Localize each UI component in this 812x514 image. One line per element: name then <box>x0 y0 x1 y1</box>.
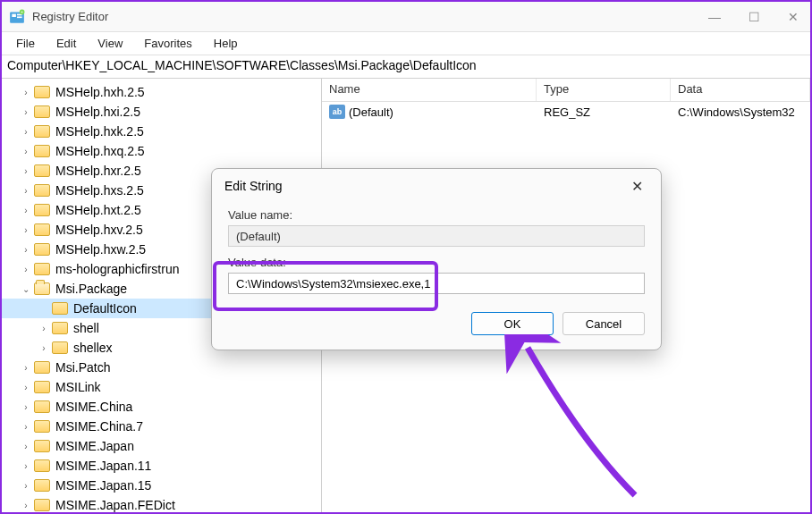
tree-item-msimechina7[interactable]: ›MSIME.China.7 <box>2 417 321 436</box>
tree-label: Msi.Package <box>55 282 127 296</box>
folder-icon <box>34 223 50 236</box>
chevron-icon[interactable]: › <box>20 461 32 471</box>
tree-label: MSHelp.hxw.2.5 <box>55 242 146 257</box>
tree-label: shell <box>73 321 99 335</box>
chevron-icon[interactable]: › <box>20 481 32 491</box>
folder-icon <box>34 263 50 275</box>
chevron-icon[interactable]: › <box>38 343 50 353</box>
chevron-icon[interactable]: › <box>20 206 32 215</box>
tree-label: DefaultIcon <box>73 301 137 316</box>
folder-icon <box>34 204 50 216</box>
tree-label: MSHelp.hxk.2.5 <box>55 124 144 139</box>
folder-icon <box>34 145 50 157</box>
folder-icon <box>34 381 50 393</box>
tree-item-msilink[interactable]: ›MSILink <box>2 377 321 397</box>
chevron-icon[interactable]: › <box>20 422 32 432</box>
tree-label: MSIME.Japan.FEDict <box>55 498 175 512</box>
chevron-icon[interactable]: › <box>20 265 32 274</box>
tree-item-mshelphxi25[interactable]: ›MSHelp.hxi.2.5 <box>2 102 321 122</box>
tree-label: Msi.Patch <box>55 360 110 375</box>
maximize-button[interactable]: ☐ <box>744 10 764 24</box>
svg-rect-1 <box>12 13 16 16</box>
tree-label: MSHelp.hxr.2.5 <box>55 164 141 178</box>
folder-icon <box>34 361 50 374</box>
dialog-title: Edit String <box>224 179 626 193</box>
folder-icon <box>34 184 50 197</box>
value-type: REG_SZ <box>537 105 671 119</box>
chevron-icon[interactable]: › <box>20 501 32 510</box>
tree-label: MSIME.China <box>55 400 132 414</box>
menu-view[interactable]: View <box>89 35 131 52</box>
col-header-type[interactable]: Type <box>537 79 671 101</box>
chevron-icon[interactable]: › <box>20 127 32 137</box>
tree-item-mshelphxk25[interactable]: ›MSHelp.hxk.2.5 <box>2 122 321 141</box>
chevron-icon[interactable]: › <box>20 225 32 235</box>
value-data-input[interactable] <box>228 273 645 294</box>
tree-item-msimechina[interactable]: ›MSIME.China <box>2 397 321 417</box>
chevron-icon[interactable]: › <box>20 442 32 451</box>
chevron-icon[interactable]: › <box>20 383 32 392</box>
tree-label: MSHelp.hxq.2.5 <box>55 144 145 158</box>
tree-item-mshelphxq25[interactable]: ›MSHelp.hxq.2.5 <box>2 141 321 161</box>
edit-string-dialog: Edit String ✕ Value name: (Default) Valu… <box>211 168 662 350</box>
chevron-icon[interactable]: › <box>20 166 32 176</box>
app-icon: + <box>9 9 25 25</box>
address-bar[interactable]: Computer\HKEY_LOCAL_MACHINE\SOFTWARE\Cla… <box>2 55 810 79</box>
tree-label: MSIME.Japan.15 <box>55 478 151 493</box>
folder-icon <box>52 322 68 334</box>
folder-icon <box>34 479 50 492</box>
tree-item-msimejapanfedict[interactable]: ›MSIME.Japan.FEDict <box>2 495 321 512</box>
folder-icon <box>52 302 68 315</box>
tree-item-msimejapan15[interactable]: ›MSIME.Japan.15 <box>2 476 321 495</box>
tree-item-msimejapan11[interactable]: ›MSIME.Japan.11 <box>2 456 321 476</box>
col-header-data[interactable]: Data <box>671 79 810 101</box>
tree-label: MSHelp.hxs.2.5 <box>55 183 144 198</box>
list-row[interactable]: ab (Default) REG_SZ C:\Windows\System32 <box>322 102 810 122</box>
tree-label: MSHelp.hxv.2.5 <box>55 223 143 237</box>
chevron-icon[interactable]: › <box>20 186 32 196</box>
chevron-icon[interactable]: › <box>20 245 32 255</box>
folder-icon <box>34 125 50 138</box>
chevron-icon[interactable]: ⌄ <box>20 284 32 294</box>
folder-icon <box>34 420 50 433</box>
chevron-icon[interactable]: › <box>38 324 50 333</box>
tree-label: MSHelp.hxi.2.5 <box>55 105 140 119</box>
tree-label: MSIME.Japan.11 <box>55 459 151 473</box>
tree-label: MSHelp.hxh.2.5 <box>55 85 145 99</box>
dialog-close-button[interactable]: ✕ <box>626 174 648 198</box>
close-button[interactable]: ✕ <box>783 10 803 24</box>
value-name-label: Value name: <box>228 208 645 222</box>
folder-icon <box>34 164 50 177</box>
folder-icon <box>34 243 50 256</box>
ok-button[interactable]: OK <box>471 312 554 335</box>
folder-icon <box>34 499 50 511</box>
tree-item-mshelphxh25[interactable]: ›MSHelp.hxh.2.5 <box>2 82 321 102</box>
menu-edit[interactable]: Edit <box>47 35 85 52</box>
window-title: Registry Editor <box>32 10 705 23</box>
value-name-field: (Default) <box>228 225 645 247</box>
chevron-icon[interactable]: › <box>20 402 32 412</box>
tree-label: MSILink <box>55 380 101 394</box>
value-name: (Default) <box>349 105 393 119</box>
menu-favorites[interactable]: Favorites <box>135 35 200 52</box>
folder-icon <box>34 282 50 295</box>
tree-item-msipatch[interactable]: ›Msi.Patch <box>2 358 321 377</box>
chevron-icon[interactable]: › <box>20 147 32 156</box>
cancel-button[interactable]: Cancel <box>562 312 645 335</box>
chevron-icon[interactable]: › <box>20 88 32 97</box>
folder-icon <box>34 86 50 98</box>
folder-icon <box>34 459 50 472</box>
col-header-name[interactable]: Name <box>322 79 537 101</box>
menubar: File Edit View Favorites Help <box>2 32 810 55</box>
tree-item-msimejapan[interactable]: ›MSIME.Japan <box>2 436 321 456</box>
list-header: Name Type Data <box>322 79 810 102</box>
chevron-icon[interactable]: › <box>20 107 32 117</box>
folder-icon <box>34 400 50 413</box>
tree-label: MSHelp.hxt.2.5 <box>55 203 141 217</box>
chevron-icon[interactable]: › <box>20 363 32 373</box>
menu-help[interactable]: Help <box>205 35 247 52</box>
menu-file[interactable]: File <box>7 35 44 52</box>
svg-text:+: + <box>21 10 23 14</box>
minimize-button[interactable]: — <box>705 10 724 24</box>
value-data: C:\Windows\System32 <box>671 105 810 119</box>
